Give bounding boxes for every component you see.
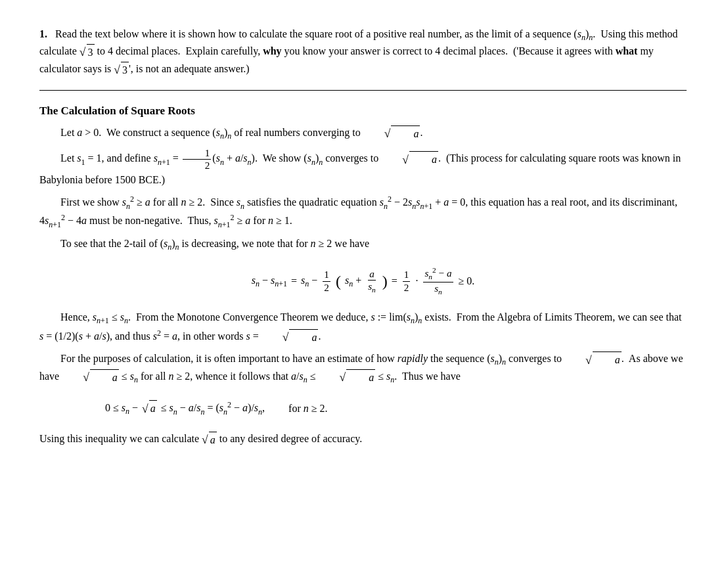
frac-display-2: a sn: [367, 268, 377, 295]
frac-half: 1 2: [183, 147, 212, 171]
paragraph-4: To see that the 2-tail of (sn)n is decre…: [39, 236, 687, 253]
frac-display-3: 1 2: [403, 269, 411, 293]
sqrt3-inline2: √3: [114, 61, 129, 78]
eq-parts-2: 0 ≤ sn − √a ≤ sn − a/sn = (sn2 − a)/sn, …: [105, 399, 328, 418]
eq-parts-1: sn − sn+1 = sn − 1 2 ( sn + a sn ) = 1 2…: [252, 266, 475, 297]
paragraph-3: First we show sn2 ≥ a for all n ≥ 2. Sin…: [39, 193, 687, 231]
section-heading: The Calculation of Square Roots: [39, 104, 195, 117]
sqrt-a-1: √a: [363, 125, 420, 142]
paragraph-1: Let a > 0. We construct a sequence (sn)n…: [39, 125, 687, 143]
sqrt-a-3: √a: [261, 328, 319, 346]
sqrt-a-2: √a: [381, 151, 438, 168]
sqrt-a-5: √a: [62, 369, 119, 386]
paragraph-2: Let s1 = 1, and define sn+1 = 1 2 (sn + …: [39, 147, 687, 187]
paragraph-6: For the purposes of calculation, it is o…: [39, 351, 687, 386]
sqrt-a-final: √a: [202, 431, 217, 448]
main-content: The Calculation of Square Roots Let a > …: [39, 102, 687, 448]
frac-display-4: sn2 − a sn: [423, 266, 453, 297]
paragraph-5: Hence, sn+1 ≤ sn. From the Monotone Conv…: [39, 309, 687, 346]
problem-text: 1. Read the text below where it is shown…: [39, 26, 687, 78]
display-equation-2: 0 ≤ sn − √a ≤ sn − a/sn = (sn2 − a)/sn, …: [105, 399, 687, 418]
sqrt3-inline: √3: [79, 43, 95, 60]
problem-number: 1.: [39, 28, 47, 39]
problem-section: 1. Read the text below where it is shown…: [39, 26, 687, 78]
divider: [39, 90, 687, 91]
frac-display-1: 1 2: [323, 269, 330, 293]
paragraph-7: Using this inequality we can calculate √…: [39, 431, 687, 449]
why-bold: why: [263, 45, 281, 57]
what-bold: what: [616, 45, 638, 57]
display-equation-1: sn − sn+1 = sn − 1 2 ( sn + a sn ) = 1 2…: [39, 266, 687, 297]
sqrt-a-disp: √a: [142, 400, 157, 417]
section-title: The Calculation of Square Roots: [39, 102, 687, 120]
sqrt-a-6: √a: [319, 369, 376, 386]
sqrt-a-4: √a: [564, 351, 622, 369]
